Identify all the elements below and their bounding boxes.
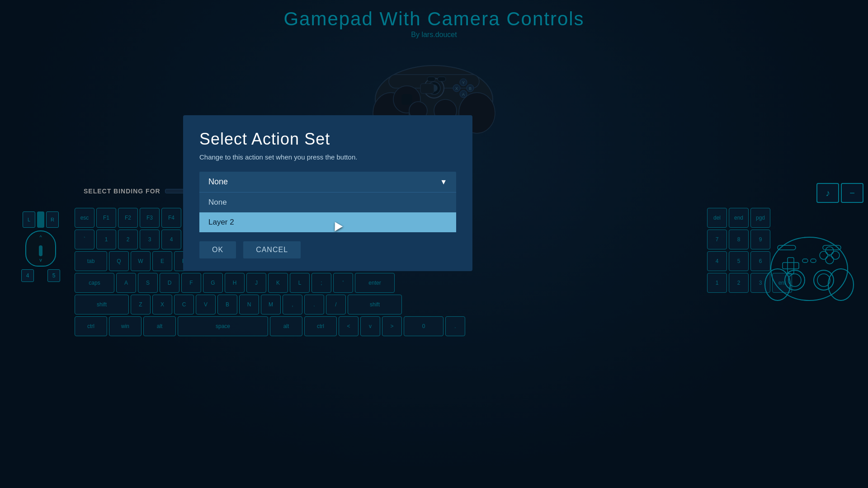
- modal-actions: OK CANCEL: [183, 232, 472, 271]
- dropdown-option-layer2[interactable]: Layer 2: [199, 212, 456, 232]
- modal-title: Select Action Set: [199, 130, 456, 149]
- cancel-button[interactable]: CANCEL: [243, 241, 301, 258]
- dropdown-arrow-icon: ▼: [440, 178, 447, 186]
- modal-description: Change to this action set when you press…: [199, 153, 456, 161]
- dropdown-selected-item[interactable]: None ▼: [199, 172, 456, 192]
- ok-button[interactable]: OK: [199, 241, 236, 258]
- dropdown-options-list: None Layer 2: [199, 192, 456, 232]
- action-set-dropdown[interactable]: None ▼ None Layer 2: [199, 172, 456, 232]
- dropdown-option-none[interactable]: None: [199, 192, 456, 212]
- modal-header: Select Action Set Change to this action …: [183, 115, 472, 161]
- dropdown-selected-text: None: [208, 177, 228, 187]
- select-action-set-modal: Select Action Set Change to this action …: [183, 115, 472, 271]
